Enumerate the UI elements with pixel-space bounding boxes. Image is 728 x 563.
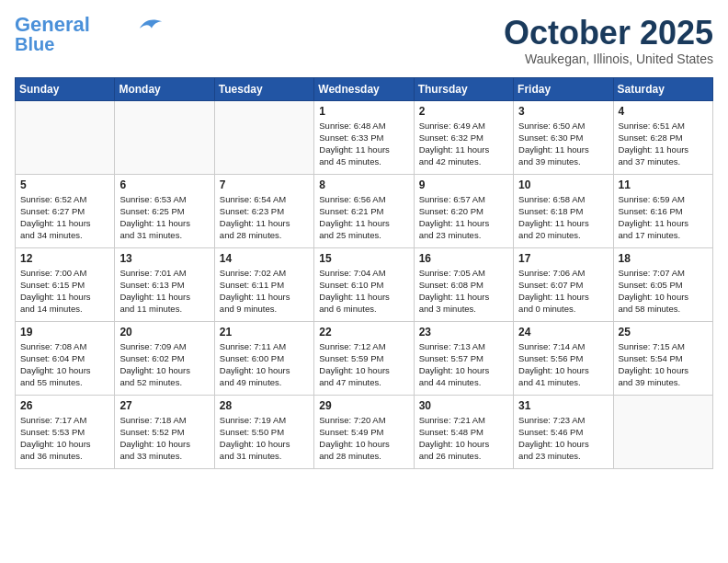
cell-info: Sunrise: 7:23 AM Sunset: 5:46 PM Dayligh… (518, 414, 608, 463)
cell-info: Sunrise: 7:02 AM Sunset: 6:11 PM Dayligh… (220, 267, 309, 316)
cell-info: Sunrise: 7:15 AM Sunset: 5:54 PM Dayligh… (619, 340, 708, 389)
cell-info: Sunrise: 7:04 AM Sunset: 6:10 PM Dayligh… (319, 267, 408, 316)
cell-info: Sunrise: 6:50 AM Sunset: 6:30 PM Dayligh… (518, 120, 608, 168)
day-number: 18 (619, 252, 708, 265)
day-header-friday: Friday (514, 77, 613, 100)
day-number: 17 (518, 252, 608, 265)
calendar-cell: 13Sunrise: 7:01 AM Sunset: 6:13 PM Dayli… (115, 247, 214, 321)
cell-info: Sunrise: 7:11 AM Sunset: 6:00 PM Dayligh… (220, 340, 309, 389)
calendar-cell: 2Sunrise: 6:49 AM Sunset: 6:32 PM Daylig… (414, 100, 513, 174)
day-number: 13 (119, 252, 209, 265)
calendar-cell: 6Sunrise: 6:53 AM Sunset: 6:25 PM Daylig… (115, 174, 214, 247)
calendar-cell (115, 100, 214, 174)
cell-info: Sunrise: 7:08 AM Sunset: 6:04 PM Dayligh… (20, 340, 109, 389)
day-number: 30 (419, 399, 508, 412)
day-number: 4 (619, 105, 708, 118)
cell-info: Sunrise: 6:53 AM Sunset: 6:25 PM Dayligh… (119, 193, 209, 242)
title-block: October 2025 Waukegan, Illinois, United … (504, 15, 713, 66)
calendar-cell: 5Sunrise: 6:52 AM Sunset: 6:27 PM Daylig… (16, 174, 115, 247)
cell-info: Sunrise: 6:59 AM Sunset: 6:16 PM Dayligh… (619, 193, 708, 242)
day-number: 3 (518, 105, 608, 118)
calendar-cell: 17Sunrise: 7:06 AM Sunset: 6:07 PM Dayli… (514, 247, 613, 321)
day-header-monday: Monday (115, 77, 214, 100)
day-number: 20 (119, 326, 209, 339)
calendar-cell: 24Sunrise: 7:14 AM Sunset: 5:56 PM Dayli… (514, 321, 613, 395)
month-title: October 2025 (504, 15, 713, 52)
calendar-header-row: SundayMondayTuesdayWednesdayThursdayFrid… (16, 77, 713, 100)
calendar-cell: 27Sunrise: 7:18 AM Sunset: 5:52 PM Dayli… (115, 395, 214, 468)
calendar-week-3: 12Sunrise: 7:00 AM Sunset: 6:15 PM Dayli… (16, 247, 713, 321)
page-header: General Blue October 2025 Waukegan, Illi… (15, 15, 713, 66)
logo-general: General (15, 13, 90, 36)
day-number: 12 (20, 252, 109, 265)
day-number: 9 (419, 178, 508, 191)
calendar-cell: 22Sunrise: 7:12 AM Sunset: 5:59 PM Dayli… (314, 321, 414, 395)
day-number: 2 (419, 105, 508, 118)
day-number: 7 (220, 178, 309, 191)
calendar-table: SundayMondayTuesdayWednesdayThursdayFrid… (15, 77, 713, 469)
day-number: 21 (220, 326, 309, 339)
calendar-cell: 3Sunrise: 6:50 AM Sunset: 6:30 PM Daylig… (514, 100, 613, 174)
calendar-cell: 7Sunrise: 6:54 AM Sunset: 6:23 PM Daylig… (214, 174, 313, 247)
logo: General Blue (15, 15, 164, 53)
day-number: 25 (619, 326, 708, 339)
calendar-cell: 28Sunrise: 7:19 AM Sunset: 5:50 PM Dayli… (214, 395, 313, 468)
cell-info: Sunrise: 6:48 AM Sunset: 6:33 PM Dayligh… (319, 120, 408, 168)
logo-text: General (15, 15, 90, 35)
cell-info: Sunrise: 6:51 AM Sunset: 6:28 PM Dayligh… (619, 120, 708, 168)
logo-bird-icon (138, 16, 164, 32)
day-number: 19 (20, 326, 109, 339)
cell-info: Sunrise: 7:18 AM Sunset: 5:52 PM Dayligh… (119, 414, 209, 463)
calendar-cell (214, 100, 313, 174)
calendar-cell: 21Sunrise: 7:11 AM Sunset: 6:00 PM Dayli… (214, 321, 313, 395)
day-number: 29 (319, 399, 408, 412)
cell-info: Sunrise: 7:01 AM Sunset: 6:13 PM Dayligh… (119, 267, 209, 316)
day-header-thursday: Thursday (414, 77, 513, 100)
calendar-cell: 18Sunrise: 7:07 AM Sunset: 6:05 PM Dayli… (613, 247, 712, 321)
calendar-cell: 12Sunrise: 7:00 AM Sunset: 6:15 PM Dayli… (16, 247, 115, 321)
day-number: 1 (319, 105, 408, 118)
calendar-cell: 29Sunrise: 7:20 AM Sunset: 5:49 PM Dayli… (314, 395, 414, 468)
calendar-cell: 20Sunrise: 7:09 AM Sunset: 6:02 PM Dayli… (115, 321, 214, 395)
cell-info: Sunrise: 7:07 AM Sunset: 6:05 PM Dayligh… (619, 267, 708, 316)
cell-info: Sunrise: 7:20 AM Sunset: 5:49 PM Dayligh… (319, 414, 408, 463)
calendar-cell: 23Sunrise: 7:13 AM Sunset: 5:57 PM Dayli… (414, 321, 513, 395)
calendar-cell: 8Sunrise: 6:56 AM Sunset: 6:21 PM Daylig… (314, 174, 414, 247)
location: Waukegan, Illinois, United States (504, 52, 713, 66)
cell-info: Sunrise: 7:05 AM Sunset: 6:08 PM Dayligh… (419, 267, 508, 316)
day-number: 14 (220, 252, 309, 265)
calendar-cell: 4Sunrise: 6:51 AM Sunset: 6:28 PM Daylig… (613, 100, 712, 174)
cell-info: Sunrise: 7:12 AM Sunset: 5:59 PM Dayligh… (319, 340, 408, 389)
calendar-cell: 1Sunrise: 6:48 AM Sunset: 6:33 PM Daylig… (314, 100, 414, 174)
cell-info: Sunrise: 7:14 AM Sunset: 5:56 PM Dayligh… (518, 340, 608, 389)
day-header-tuesday: Tuesday (214, 77, 313, 100)
calendar-cell: 9Sunrise: 6:57 AM Sunset: 6:20 PM Daylig… (414, 174, 513, 247)
calendar-cell: 19Sunrise: 7:08 AM Sunset: 6:04 PM Dayli… (16, 321, 115, 395)
day-number: 5 (20, 178, 109, 191)
calendar-week-4: 19Sunrise: 7:08 AM Sunset: 6:04 PM Dayli… (16, 321, 713, 395)
cell-info: Sunrise: 6:52 AM Sunset: 6:27 PM Dayligh… (20, 193, 109, 242)
calendar-week-2: 5Sunrise: 6:52 AM Sunset: 6:27 PM Daylig… (16, 174, 713, 247)
day-number: 27 (119, 399, 209, 412)
cell-info: Sunrise: 6:58 AM Sunset: 6:18 PM Dayligh… (518, 193, 608, 242)
cell-info: Sunrise: 7:06 AM Sunset: 6:07 PM Dayligh… (518, 267, 608, 316)
day-number: 23 (419, 326, 508, 339)
day-number: 15 (319, 252, 408, 265)
calendar-cell (16, 100, 115, 174)
cell-info: Sunrise: 6:49 AM Sunset: 6:32 PM Dayligh… (419, 120, 508, 168)
cell-info: Sunrise: 7:09 AM Sunset: 6:02 PM Dayligh… (119, 340, 209, 389)
cell-info: Sunrise: 7:19 AM Sunset: 5:50 PM Dayligh… (220, 414, 309, 463)
cell-info: Sunrise: 7:00 AM Sunset: 6:15 PM Dayligh… (20, 267, 109, 316)
calendar-cell: 31Sunrise: 7:23 AM Sunset: 5:46 PM Dayli… (514, 395, 613, 468)
day-number: 22 (319, 326, 408, 339)
calendar-cell: 10Sunrise: 6:58 AM Sunset: 6:18 PM Dayli… (514, 174, 613, 247)
cell-info: Sunrise: 6:54 AM Sunset: 6:23 PM Dayligh… (220, 193, 309, 242)
day-number: 31 (518, 399, 608, 412)
day-number: 16 (419, 252, 508, 265)
cell-info: Sunrise: 7:17 AM Sunset: 5:53 PM Dayligh… (20, 414, 109, 463)
calendar-cell: 16Sunrise: 7:05 AM Sunset: 6:08 PM Dayli… (414, 247, 513, 321)
day-number: 24 (518, 326, 608, 339)
day-header-saturday: Saturday (613, 77, 712, 100)
cell-info: Sunrise: 6:56 AM Sunset: 6:21 PM Dayligh… (319, 193, 408, 242)
day-number: 8 (319, 178, 408, 191)
